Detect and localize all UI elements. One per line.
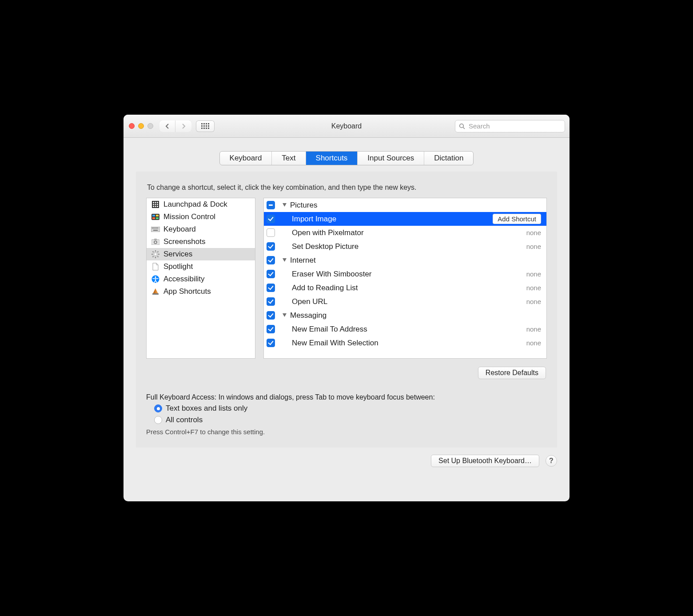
- service-label: Eraser With Simbooster: [292, 270, 524, 279]
- mission-icon: [151, 212, 160, 221]
- sidebar-item-label: Launchpad & Dock: [163, 200, 227, 209]
- checkbox[interactable]: [267, 201, 275, 209]
- fka-option-label: Text boxes and lists only: [166, 404, 247, 413]
- tab-keyboard[interactable]: Keyboard: [220, 152, 272, 165]
- show-all-button[interactable]: [196, 120, 215, 132]
- sidebar-item-label: Screenshots: [163, 237, 206, 246]
- svg-line-46: [158, 256, 159, 257]
- radio-icon: [154, 416, 162, 424]
- service-item[interactable]: New Email To Addressnone: [264, 322, 546, 336]
- sidebar-item-accessibility[interactable]: Accessibility: [147, 273, 255, 285]
- screenshot-icon: [151, 237, 160, 246]
- service-item[interactable]: Open URLnone: [264, 295, 546, 308]
- close-window-button[interactable]: [129, 123, 135, 129]
- shortcut-value[interactable]: none: [526, 270, 541, 278]
- service-label: Add to Reading List: [292, 284, 524, 292]
- checkbox[interactable]: [267, 215, 275, 223]
- zoom-window-button[interactable]: [147, 123, 153, 129]
- tab-shortcuts[interactable]: Shortcuts: [306, 152, 358, 165]
- checkbox[interactable]: [267, 339, 275, 347]
- sidebar-item-keyboard[interactable]: Keyboard: [147, 223, 255, 236]
- fka-hint: Press Control+F7 to change this setting.: [146, 428, 547, 436]
- restore-defaults-button[interactable]: Restore Defaults: [478, 367, 546, 379]
- add-shortcut-button[interactable]: Add Shortcut: [493, 214, 541, 224]
- tab-input-sources[interactable]: Input Sources: [358, 152, 424, 165]
- svg-rect-30: [152, 228, 153, 228]
- checkbox[interactable]: [267, 325, 275, 333]
- svg-line-47: [158, 252, 159, 252]
- sidebar-item-label: Services: [163, 250, 192, 259]
- shortcut-value[interactable]: none: [526, 298, 541, 305]
- split-view: Launchpad & DockMission ControlKeyboardS…: [146, 198, 547, 359]
- radio-checked-icon: [154, 404, 162, 412]
- sidebar-item-launchpad-dock[interactable]: Launchpad & Dock: [147, 198, 255, 211]
- forward-button[interactable]: [175, 120, 191, 132]
- fka-option-textboxes[interactable]: Text boxes and lists only: [154, 404, 547, 413]
- fka-option-label: All controls: [166, 416, 203, 424]
- sidebar-item-label: Spotlight: [163, 262, 193, 271]
- shortcut-value[interactable]: none: [526, 325, 541, 333]
- sidebar-item-spotlight[interactable]: Spotlight: [147, 260, 255, 273]
- service-item[interactable]: New Email With Selectionnone: [264, 336, 546, 350]
- service-label: Open with Pixelmator: [292, 228, 524, 237]
- disclosure-triangle-icon[interactable]: [281, 258, 287, 262]
- svg-rect-51: [152, 293, 159, 295]
- svg-rect-23: [157, 206, 158, 207]
- full-keyboard-access: Full Keyboard Access: In windows and dia…: [146, 393, 547, 436]
- disclosure-triangle-icon[interactable]: [281, 313, 287, 317]
- svg-rect-25: [152, 215, 155, 216]
- service-item[interactable]: Import ImageAdd Shortcut: [264, 212, 546, 226]
- service-label: Open URL: [292, 297, 524, 306]
- service-group[interactable]: Messaging: [264, 308, 546, 322]
- keyboard-icon: [151, 225, 160, 234]
- sidebar-item-screenshots[interactable]: Screenshots: [147, 236, 255, 248]
- checkbox[interactable]: [267, 228, 275, 237]
- tab-bar: KeyboardTextShortcutsInput SourcesDictat…: [123, 151, 570, 165]
- shortcut-value[interactable]: none: [526, 229, 541, 236]
- sidebar-item-app-shortcuts[interactable]: App Shortcuts: [147, 285, 255, 298]
- back-button[interactable]: [159, 120, 175, 132]
- checkbox[interactable]: [267, 311, 275, 320]
- checkbox[interactable]: [267, 270, 275, 278]
- sidebar-item-mission-control[interactable]: Mission Control: [147, 211, 255, 223]
- checkbox[interactable]: [267, 297, 275, 306]
- service-group[interactable]: Pictures: [264, 198, 546, 212]
- shortcut-value[interactable]: none: [526, 284, 541, 292]
- service-group[interactable]: Internet: [264, 253, 546, 267]
- services-list[interactable]: PicturesImport ImageAdd ShortcutOpen wit…: [263, 198, 547, 359]
- fka-option-allcontrols[interactable]: All controls: [154, 416, 547, 424]
- checkbox[interactable]: [267, 242, 275, 251]
- service-item[interactable]: Set Desktop Picturenone: [264, 240, 546, 253]
- svg-rect-31: [153, 228, 154, 228]
- help-button[interactable]: ?: [546, 455, 557, 467]
- service-item[interactable]: Eraser With Simboosternone: [264, 267, 546, 281]
- checkbox[interactable]: [267, 256, 275, 264]
- svg-line-45: [153, 252, 154, 252]
- search-input[interactable]: [468, 122, 561, 130]
- category-sidebar[interactable]: Launchpad & DockMission ControlKeyboardS…: [146, 198, 255, 359]
- window-body: KeyboardTextShortcutsInput SourcesDictat…: [123, 138, 570, 501]
- svg-line-13: [463, 127, 465, 129]
- setup-bluetooth-button[interactable]: Set Up Bluetooth Keyboard…: [431, 455, 539, 467]
- tab-dictation[interactable]: Dictation: [424, 152, 473, 165]
- tab-text[interactable]: Text: [272, 152, 306, 165]
- service-item[interactable]: Open with Pixelmatornone: [264, 226, 546, 240]
- svg-rect-35: [153, 230, 158, 231]
- disclosure-triangle-icon[interactable]: [281, 203, 287, 207]
- svg-rect-20: [157, 204, 158, 205]
- sidebar-item-services[interactable]: Services: [147, 248, 255, 260]
- svg-rect-3: [208, 123, 209, 124]
- svg-rect-6: [206, 125, 207, 127]
- sidebar-item-label: Mission Control: [163, 212, 215, 221]
- checkbox[interactable]: [267, 284, 275, 292]
- shortcut-value[interactable]: none: [526, 339, 541, 347]
- service-label: New Email With Selection: [292, 339, 524, 348]
- svg-rect-5: [203, 125, 205, 127]
- svg-rect-17: [157, 202, 158, 203]
- search-field[interactable]: [455, 120, 565, 132]
- svg-rect-21: [153, 206, 154, 207]
- chevron-right-icon: [181, 123, 186, 129]
- service-item[interactable]: Add to Reading Listnone: [264, 281, 546, 295]
- minimize-window-button[interactable]: [138, 123, 144, 129]
- shortcut-value[interactable]: none: [526, 243, 541, 250]
